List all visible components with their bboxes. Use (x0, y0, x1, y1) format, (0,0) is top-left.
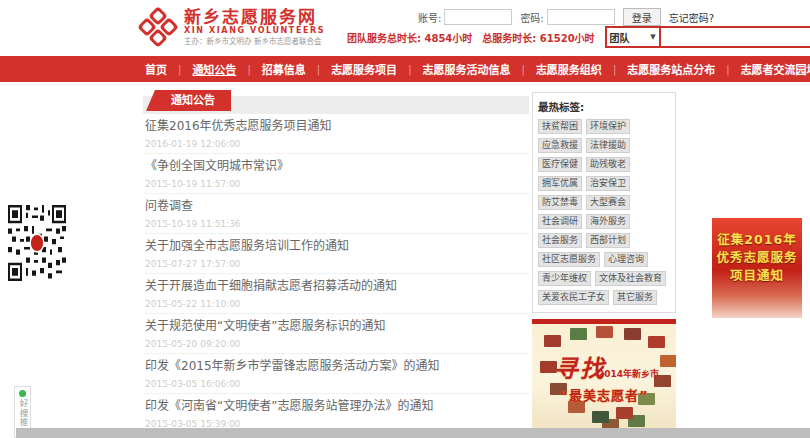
nav-separator: | (178, 64, 181, 75)
nav-item-notices[interactable]: 通知公告 (192, 61, 236, 77)
nav-item-organizations[interactable]: 志愿服务组织 (536, 61, 602, 77)
notice-date: 2016-01-19 12:06:00 (145, 140, 527, 149)
total-hours-value: 61520小时 (540, 33, 595, 44)
tag-chip[interactable]: 环境保护 (586, 119, 630, 134)
site-title: 新乡志愿服务网 (184, 8, 325, 26)
team-hours-stat: 团队服务总时长: 4854小时 (347, 30, 472, 45)
password-label: 密码: (520, 10, 543, 25)
notice-list: 征集2016年优秀志愿服务项目通知 2016-01-19 12:06:00 《争… (143, 114, 529, 434)
search-category-select[interactable]: 团队 ▼ (605, 26, 661, 48)
total-hours-stat: 总服务时长: 61520小时 (482, 30, 594, 45)
tag-chip[interactable]: 海外服务 (586, 214, 630, 229)
notice-title[interactable]: 问卷调查 (145, 200, 527, 213)
section-header-strip: 通知公告 (143, 96, 529, 114)
tag-chip[interactable]: 扶贫帮困 (538, 119, 582, 134)
notice-date: 2015-05-22 11:10:00 (145, 300, 527, 309)
notice-list-item: 征集2016年优秀志愿服务项目通知 2016-01-19 12:06:00 (143, 114, 529, 154)
notice-date: 2015-07-27 17:57:00 (145, 260, 527, 269)
banner-year-text: 2014年新乡市 (598, 367, 659, 380)
notice-title[interactable]: 《争创全国文明城市常识》 (145, 160, 527, 173)
nav-item-forum[interactable]: 志愿者交流园地 (741, 61, 810, 77)
notice-date: 2015-10-19 11:51:36 (145, 220, 527, 229)
tag-chip[interactable]: 拥军优属 (538, 176, 582, 191)
section-title-ribbon: 通知公告 (155, 90, 231, 111)
notice-list-item: 《争创全国文明城市常识》 2015-10-19 11:57:00 (143, 154, 529, 194)
tag-chip[interactable]: 社会调研 (538, 214, 582, 229)
tag-chip[interactable]: 关爱农民工子女 (538, 290, 609, 305)
notice-title[interactable]: 印发《2015年新乡市学雷锋志愿服务活动方案》的通知 (145, 360, 527, 373)
tag-chip[interactable]: 应急救援 (538, 138, 582, 153)
nav-item-recruit[interactable]: 招募信息 (262, 61, 306, 77)
nav-separator: | (317, 64, 320, 75)
search-category-value: 团队 (610, 30, 630, 45)
promo-banner[interactable]: 征集2016年 优秀志愿服务 项目通知 (712, 218, 802, 318)
tag-chip[interactable]: 社区志愿服务 (538, 252, 600, 267)
qr-code (8, 205, 66, 281)
tag-chip[interactable]: 社会服务 (538, 233, 582, 248)
nav-item-home[interactable]: 首页 (145, 61, 167, 77)
green-dot-icon (19, 390, 26, 397)
tag-chip[interactable]: 治安保卫 (586, 176, 630, 191)
hot-tags-list: 扶贫帮困 环境保护 应急救援 法律援助 医疗保健 助残敬老 拥军优属 治安保卫 … (538, 119, 670, 305)
nav-separator: | (408, 64, 411, 75)
password-input[interactable] (547, 9, 615, 25)
horizontal-scrollbar[interactable] (16, 428, 810, 438)
nav-item-stations[interactable]: 志愿服务站点分布 (627, 61, 715, 77)
notice-list-item: 关于开展造血干细胞捐献志愿者招募活动的通知 2015-05-22 11:10:0… (143, 274, 529, 314)
notice-title[interactable]: 征集2016年优秀志愿服务项目通知 (145, 120, 527, 133)
hot-tags-box: 最热标签: 扶贫帮困 环境保护 应急救援 法律援助 医疗保健 助残敬老 拥军优属… (532, 92, 676, 313)
tag-chip[interactable]: 青少年维权 (538, 271, 591, 286)
site-subtitle: XIN XIANG VOLUNTEERS (184, 26, 325, 36)
promo-line: 征集2016年 (712, 231, 802, 249)
tag-chip[interactable]: 心理咨询 (604, 252, 648, 267)
photo-collage (544, 335, 561, 347)
main-nav: 首页| 通知公告| 招募信息| 志愿服务项目| 志愿服务活动信息| 志愿服务组织… (0, 56, 810, 82)
tag-chip[interactable]: 文体及社会教育 (595, 271, 666, 286)
site-organizer: 主办：新乡市文明办 新乡市志愿者联合会 (184, 37, 325, 47)
team-hours-value: 4854小时 (424, 33, 472, 44)
notice-date: 2015-03-05 16:06:00 (145, 380, 527, 389)
knot-logo-icon (138, 7, 178, 47)
nav-separator: | (613, 64, 616, 75)
volunteer-banner-image[interactable]: 寻找 2014年新乡市 “最美志愿者” (532, 319, 676, 431)
notice-date: 2015-05-20 09:20:00 (145, 340, 527, 349)
stats-search-bar: 团队服务总时长: 4854小时 总服务时长: 61520小时 团队 ▼ 搜索 (347, 26, 810, 48)
login-bar: 账号: 密码: 登录 忘记密码? (418, 8, 714, 26)
notice-section: 通知公告 征集2016年优秀志愿服务项目通知 2016-01-19 12:06:… (143, 96, 529, 434)
promo-line: 项目通知 (712, 267, 802, 285)
site-logo[interactable]: 新乡志愿服务网 XIN XIANG VOLUNTEERS 主办：新乡市文明办 新… (138, 7, 325, 47)
tag-chip[interactable]: 医疗保健 (538, 157, 582, 172)
hot-tags-title: 最热标签: (538, 99, 670, 114)
account-label: 账号: (418, 10, 441, 25)
tag-chip[interactable]: 西部计划 (586, 233, 630, 248)
promo-line: 优秀志愿服务 (712, 249, 802, 267)
nav-separator: | (247, 64, 250, 75)
notice-title[interactable]: 关于开展造血干细胞捐献志愿者招募活动的通知 (145, 280, 527, 293)
tag-chip[interactable]: 防艾禁毒 (538, 195, 582, 210)
notice-title[interactable]: 印发《河南省“文明使者”志愿服务站管理办法》的通知 (145, 400, 527, 413)
tag-chip[interactable]: 法律援助 (586, 138, 630, 153)
nav-separator: | (522, 64, 525, 75)
search-input[interactable] (661, 26, 810, 48)
notice-list-item: 印发《2015年新乡市学雷锋志愿服务活动方案》的通知 2015-03-05 16… (143, 354, 529, 394)
tag-chip[interactable]: 助残敬老 (586, 157, 630, 172)
tag-chip[interactable]: 大型赛会 (586, 195, 630, 210)
tag-chip[interactable]: 其它服务 (613, 290, 657, 305)
nav-separator: | (726, 64, 729, 75)
notice-list-item: 关于加强全市志愿服务培训工作的通知 2015-07-27 17:57:00 (143, 234, 529, 274)
notice-list-item: 关于规范使用“文明使者”志愿服务标识的通知 2015-05-20 09:20:0… (143, 314, 529, 354)
account-input[interactable] (444, 9, 512, 25)
caret-down-icon: ▼ (650, 33, 655, 41)
notice-title[interactable]: 关于加强全市志愿服务培训工作的通知 (145, 240, 527, 253)
nav-item-activities[interactable]: 志愿服务活动信息 (423, 61, 511, 77)
forgot-password-link[interactable]: 忘记密码? (669, 10, 714, 25)
site-header: 新乡志愿服务网 XIN XIANG VOLUNTEERS 主办：新乡市文明办 新… (0, 0, 810, 56)
notice-title[interactable]: 关于规范使用“文明使者”志愿服务标识的通知 (145, 320, 527, 333)
nav-item-projects[interactable]: 志愿服务项目 (331, 61, 397, 77)
sidebar: 最热标签: 扶贫帮困 环境保护 应急救援 法律援助 医疗保健 助残敬老 拥军优属… (532, 92, 676, 438)
notice-list-item: 问卷调查 2015-10-19 11:51:36 (143, 194, 529, 234)
login-button[interactable]: 登录 (623, 8, 661, 26)
notice-date: 2015-10-19 11:57:00 (145, 180, 527, 189)
banner-main-text: “最美志愿者” (532, 385, 676, 404)
